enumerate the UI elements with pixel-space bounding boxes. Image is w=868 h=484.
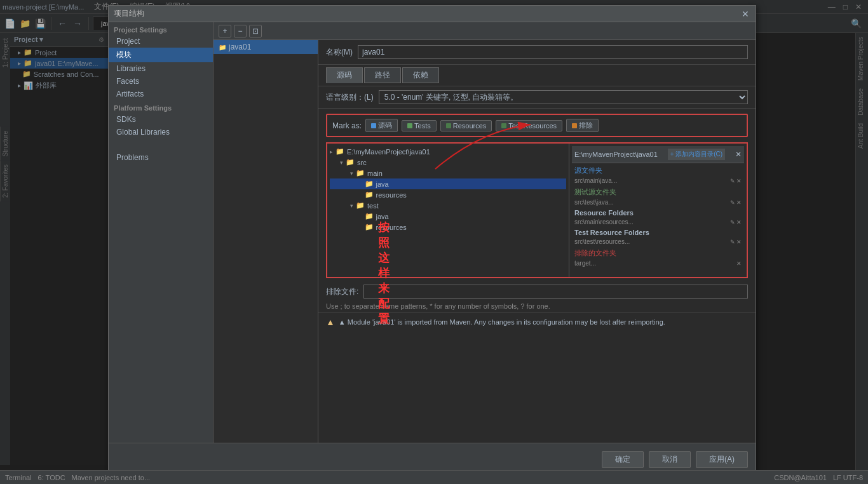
exclude-files-label: 排除文件: xyxy=(326,286,358,297)
test-resource-path-row: src\test\resources... ✎ ✕ xyxy=(572,238,744,246)
tree-test[interactable]: ▾ 📁 test xyxy=(330,200,566,211)
nav-section-platform-settings: Platform Settings xyxy=(109,100,213,113)
resources-folder-icon-main: 📁 xyxy=(365,191,374,199)
modal-close-button[interactable]: ✕ xyxy=(740,9,750,19)
exclude-color-dot xyxy=(572,123,577,128)
status-message: Maven projects need to... xyxy=(72,474,768,481)
tree-main[interactable]: ▾ 📁 main xyxy=(330,168,566,178)
right-panel-path: E:\myMavenProject\java01 xyxy=(574,151,658,158)
close-right-panel-button[interactable]: ✕ xyxy=(735,150,742,159)
resources-main-label: resources xyxy=(376,191,407,199)
test-arrow: ▾ xyxy=(350,203,353,209)
java-main-label: java xyxy=(376,180,389,188)
resources-test-label: resources xyxy=(376,224,407,231)
right-panel-header: E:\myMavenProject\java01 + 添加内容目录(C) ✕ xyxy=(572,146,744,163)
nav-item-problems[interactable]: Problems xyxy=(109,151,213,164)
root-arrow: ▸ xyxy=(330,149,333,155)
encoding-info: LF UTF-8 xyxy=(833,474,863,481)
test-resource-path-text: src\test\resources... xyxy=(574,238,728,245)
source-remove-button[interactable]: ✕ xyxy=(736,178,742,184)
module-item-java01[interactable]: 📁 java01 xyxy=(214,40,318,54)
src-arrow: ▾ xyxy=(340,159,343,166)
module-item-label: java01 xyxy=(229,43,251,51)
main-label: main xyxy=(367,170,383,177)
src-folder-icon: 📁 xyxy=(346,158,355,166)
exclude-files-row: 排除文件: xyxy=(318,281,756,302)
tree-java-test[interactable]: 📁 java xyxy=(330,211,566,222)
tests-color-dot xyxy=(407,123,412,128)
warning-text: ▲ Module 'java01' is imported from Maven… xyxy=(339,318,665,326)
nav-item-sdks[interactable]: SDKs xyxy=(109,113,213,126)
mark-resources-button[interactable]: Resources xyxy=(440,120,492,131)
status-bar: Terminal 6: TODC Maven projects need to.… xyxy=(0,470,868,484)
test-label: test xyxy=(367,202,379,210)
resource-section-title: Resource Folders xyxy=(572,206,744,218)
module-folder-icon: 📁 xyxy=(219,44,226,51)
lang-label: 语言级别：(L) xyxy=(326,92,374,103)
lang-select[interactable]: 5.0 - 'enum' 关键字, 泛型, 自动装箱等。 xyxy=(379,90,748,104)
nav-item-project[interactable]: Project xyxy=(109,35,213,48)
apply-button[interactable]: 应用(A) xyxy=(696,451,748,468)
exclude-section-title: 排除的文件夹 xyxy=(572,246,744,259)
add-module-button[interactable]: + xyxy=(219,25,231,37)
source-path-row: src\main\java... ✎ ✕ xyxy=(572,177,744,185)
java-folder-icon-test: 📁 xyxy=(365,212,374,220)
nav-item-libraries[interactable]: Libraries xyxy=(109,62,213,75)
terminal-label[interactable]: Terminal xyxy=(5,474,32,481)
resource-remove-button[interactable]: ✕ xyxy=(736,219,742,225)
add-content-root-button[interactable]: + 添加内容目录(C) xyxy=(668,149,726,160)
tree-resources-main[interactable]: 📁 resources xyxy=(330,189,566,200)
mark-exclude-button[interactable]: 排除 xyxy=(566,119,599,132)
test-edit-button[interactable]: ✎ xyxy=(730,199,735,206)
test-path-buttons: ✎ ✕ xyxy=(730,199,742,206)
test-folder-icon: 📁 xyxy=(356,201,365,210)
test-remove-button[interactable]: ✕ xyxy=(736,199,742,206)
nav-item-facets[interactable]: Facets xyxy=(109,75,213,88)
exclude-hint: Use ; to separate name patterns, * for a… xyxy=(318,302,756,313)
resource-path-text: src\main\resources... xyxy=(574,218,728,225)
name-label: 名称(M) xyxy=(326,47,353,58)
source-edit-button[interactable]: ✎ xyxy=(730,178,735,184)
main-folder-icon: 📁 xyxy=(356,169,365,177)
copy-module-button[interactable]: ⊡ xyxy=(249,25,262,37)
exclude-remove-button[interactable]: ✕ xyxy=(736,260,742,267)
test-resource-remove-button[interactable]: ✕ xyxy=(736,239,742,245)
mark-source-button[interactable]: 源码 xyxy=(365,119,398,132)
exclude-files-input[interactable] xyxy=(363,285,748,299)
warning-bar: ▲ ▲ Module 'java01' is imported from Mav… xyxy=(318,313,756,331)
file-tree: ▸ 📁 E:\myMavenProject\java01 ▾ 📁 src ▾ 📁 xyxy=(327,144,569,277)
mark-tests-button[interactable]: Tests xyxy=(402,120,437,131)
name-input[interactable] xyxy=(358,45,748,59)
cancel-button[interactable]: 取消 xyxy=(649,451,691,468)
module-toolbar: + − ⊡ xyxy=(214,22,756,40)
test-resource-path-buttons: ✎ ✕ xyxy=(730,239,742,245)
ok-button[interactable]: 确定 xyxy=(602,451,644,468)
tree-src[interactable]: ▾ 📁 src xyxy=(330,157,566,168)
mark-test-resources-label: Test Resources xyxy=(508,122,557,130)
tab-path[interactable]: 路径 xyxy=(364,67,401,83)
module-config: 名称(M) 源码 路径 依赖 语言级别：(L) 5.0 - 'enum' 关键字… xyxy=(318,40,756,443)
nav-item-artifacts[interactable]: Artifacts xyxy=(109,88,213,100)
resources-test-arrow xyxy=(360,224,362,231)
nav-item-global-libraries[interactable]: Global Libraries xyxy=(109,126,213,138)
test-resource-edit-button[interactable]: ✎ xyxy=(730,239,735,245)
tree-root[interactable]: ▸ 📁 E:\myMavenProject\java01 xyxy=(330,146,566,157)
java-test-label: java xyxy=(376,213,389,220)
mark-test-resources-button[interactable]: Test Resources xyxy=(496,120,562,131)
mark-tests-label: Tests xyxy=(414,122,431,130)
nav-item-modules[interactable]: 模块 xyxy=(109,48,213,62)
tree-java-main[interactable]: 📁 java xyxy=(330,178,566,189)
nav-section-project-settings: Project Settings xyxy=(109,22,213,35)
mark-exclude-label: 排除 xyxy=(579,121,593,130)
remove-module-button[interactable]: − xyxy=(234,25,247,37)
todo-label[interactable]: 6: TODC xyxy=(38,474,65,481)
tab-dependencies[interactable]: 依赖 xyxy=(402,67,439,83)
warning-icon: ▲ xyxy=(326,317,335,327)
tab-source[interactable]: 源码 xyxy=(326,67,363,83)
tree-resources-test[interactable]: 📁 resources xyxy=(330,222,566,232)
right-info: CSDN@Aitta101 xyxy=(774,474,827,481)
resource-path-buttons: ✎ ✕ xyxy=(730,219,742,225)
resources-color-dot xyxy=(446,123,451,128)
resource-edit-button[interactable]: ✎ xyxy=(730,219,735,225)
source-path-buttons: ✎ ✕ xyxy=(730,178,742,184)
